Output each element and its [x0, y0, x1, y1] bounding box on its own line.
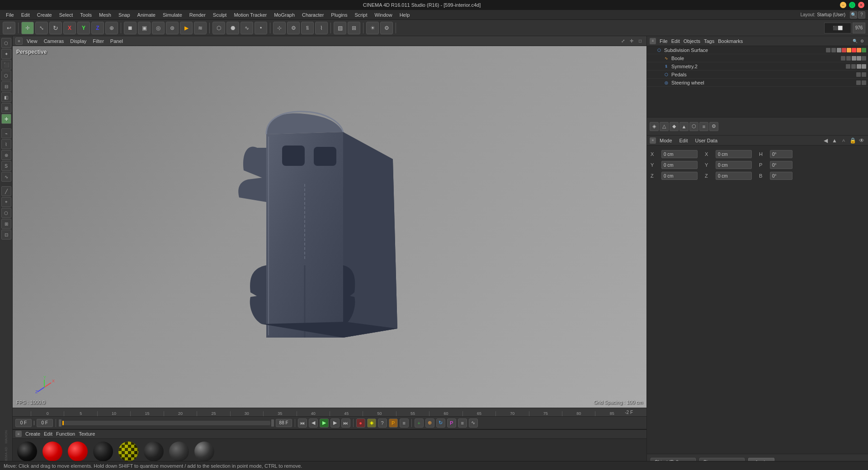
render-button[interactable]: ▶	[180, 22, 193, 34]
attr-z-input[interactable]	[661, 172, 698, 180]
attr-nav-back[interactable]: ◀	[822, 137, 829, 144]
tool-objects[interactable]: ⬡	[1, 38, 11, 48]
attr-h-input[interactable]	[770, 150, 793, 158]
edge-mode-button[interactable]: ∿	[241, 22, 253, 34]
menu-script[interactable]: Script	[351, 11, 370, 19]
attr-b-input[interactable]	[770, 172, 793, 180]
frame-button[interactable]: ⏹	[124, 22, 137, 34]
vp-menu-panel[interactable]: Panel	[108, 38, 125, 45]
menu-animate[interactable]: Animate	[134, 11, 159, 19]
tool-move[interactable]: ✛	[1, 114, 11, 124]
obj-menu-edit[interactable]: Edit	[671, 38, 680, 44]
tag-icon-7[interactable]: ⚙	[709, 122, 718, 131]
tag-icon-6[interactable]: ≡	[699, 122, 708, 131]
obj-row-symmetry2[interactable]: ⥮ Symmetry.2	[647, 62, 868, 70]
world-button[interactable]: ⊕	[105, 22, 118, 34]
attr-p-input[interactable]	[770, 161, 793, 169]
settings-button[interactable]: ⚙	[380, 22, 393, 34]
light-button[interactable]: ☀	[366, 22, 379, 34]
play-button[interactable]: ▶	[320, 418, 329, 428]
maximize-button[interactable]: □	[849, 2, 855, 8]
frame-input-2[interactable]	[37, 419, 53, 427]
menu-render[interactable]: Render	[186, 11, 209, 19]
close-button[interactable]: ✕	[858, 2, 864, 8]
add-key-scale[interactable]: P	[447, 418, 456, 428]
attr-nav-up[interactable]: ▲	[831, 137, 838, 144]
keyframe-button[interactable]: ◈	[367, 418, 376, 428]
object-mode-button[interactable]: ⬡	[212, 22, 225, 34]
menu-window[interactable]: Window	[372, 11, 396, 19]
help-icon-button[interactable]: ?	[858, 11, 865, 19]
tag-icon-1[interactable]: ◈	[650, 122, 659, 131]
attr-menu-mode[interactable]: Mode	[660, 138, 672, 143]
menu-select[interactable]: Select	[56, 11, 76, 19]
timeline-track[interactable]	[62, 421, 270, 425]
obj-row-pedals[interactable]: ⬡ Pedals	[647, 70, 868, 79]
z-axis-button[interactable]: Z	[91, 22, 104, 34]
tool-poly[interactable]: ⬡	[1, 70, 11, 80]
record-button[interactable]: ●	[356, 418, 365, 428]
add-key-rot[interactable]: ↻	[436, 418, 445, 428]
viewport-3d[interactable]: Perspective	[13, 46, 646, 408]
tool-scene[interactable]: ✦	[1, 49, 11, 59]
poly-mode-button[interactable]: ⬣	[226, 22, 239, 34]
menu-snap[interactable]: Snap	[115, 11, 133, 19]
tool-select[interactable]: ⊡	[1, 230, 11, 240]
obj-settings-btn[interactable]: ⚙	[859, 38, 865, 44]
obj-menu-bookmarks[interactable]: Bookmarks	[718, 38, 743, 44]
tool-extrude[interactable]: ⬛	[1, 60, 11, 70]
obj-row-boole[interactable]: ∿ Boole	[647, 54, 868, 62]
vp-menu-display[interactable]: Display	[68, 38, 89, 45]
display-button[interactable]: ≋	[194, 22, 207, 34]
attr-rz-input[interactable]	[716, 172, 752, 180]
attr-menu-userdata[interactable]: User Data	[695, 138, 718, 143]
attr-nav-eye[interactable]: 👁	[858, 137, 865, 144]
auto-key-button[interactable]: ?	[378, 418, 387, 428]
add-key-all[interactable]: +	[415, 418, 424, 428]
attr-y-input[interactable]	[661, 161, 698, 169]
tool-mat-assign[interactable]: ⬡	[1, 208, 11, 218]
prev-frame-button[interactable]: ◀	[309, 418, 318, 428]
snap-settings-button[interactable]: ⚙	[287, 22, 300, 34]
menu-plugins[interactable]: Plugins	[328, 11, 350, 19]
go-to-end-button[interactable]: ⏭	[341, 418, 350, 428]
menu-sculpt[interactable]: Sculpt	[210, 11, 230, 19]
viewport-menu-btn[interactable]: ≡	[15, 38, 23, 45]
menu-help[interactable]: Help	[396, 11, 413, 19]
vp-icon-3[interactable]: □	[637, 38, 644, 45]
add-key-pos[interactable]: ⊕	[425, 418, 434, 428]
undo-button[interactable]: ↩	[3, 22, 15, 34]
timeline-list-btn[interactable]: ≡	[458, 418, 467, 428]
mirror-button[interactable]: ⥮	[301, 22, 314, 34]
tool-paint[interactable]: ⊛	[1, 150, 11, 160]
minimize-button[interactable]: –	[840, 2, 846, 8]
attr-menu-edit[interactable]: Edit	[679, 138, 688, 143]
move-tool-button[interactable]: ✛	[21, 22, 34, 34]
menu-create[interactable]: Create	[34, 11, 55, 19]
timeline-curve-btn[interactable]: ∿	[469, 418, 478, 428]
tag-icon-2[interactable]: △	[660, 122, 669, 131]
search-button[interactable]: 🔍	[850, 11, 857, 19]
tool-knife[interactable]: ⌁	[1, 128, 11, 138]
tool-soft[interactable]: S	[1, 161, 11, 171]
render-active-button[interactable]: ◎	[152, 22, 165, 34]
tool-magnet[interactable]: ⌇	[1, 139, 11, 149]
wireframe-button[interactable]: ⊞	[348, 22, 360, 34]
tool-spline[interactable]: ∿	[1, 172, 11, 182]
mat-menu-create[interactable]: Create	[25, 431, 40, 437]
end-frame-input[interactable]	[276, 419, 292, 427]
render-all-button[interactable]: ⊛	[166, 22, 179, 34]
obj-menu-tags[interactable]: Tags	[704, 38, 714, 44]
mat-menu-texture[interactable]: Texture	[79, 431, 95, 437]
vp-icon-2[interactable]: ✛	[628, 38, 635, 45]
mat-menu-edit[interactable]: Edit	[44, 431, 52, 437]
tag-icon-4[interactable]: ▲	[679, 122, 689, 131]
menu-file[interactable]: File	[3, 11, 17, 19]
obj-row-steering[interactable]: ◎ Steering wheel	[647, 79, 868, 87]
menu-motion-tracker[interactable]: Motion Tracker	[231, 11, 270, 19]
tool-bevel[interactable]: ◧	[1, 92, 11, 102]
menu-tools[interactable]: Tools	[77, 11, 95, 19]
menu-character[interactable]: Character	[299, 11, 327, 19]
render-region-button[interactable]: ▣	[138, 22, 151, 34]
viewport-area[interactable]: ≡ View Cameras Display Filter Panel ⤢ ✛ …	[13, 36, 646, 408]
